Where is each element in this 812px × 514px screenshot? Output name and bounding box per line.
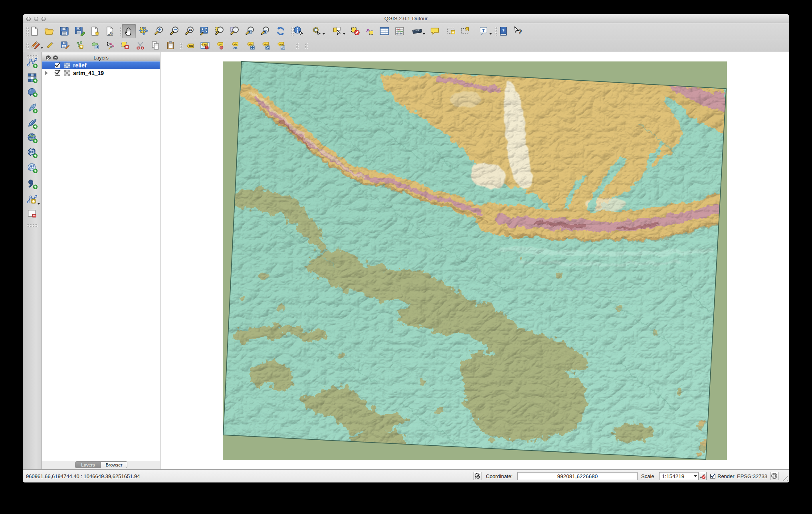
- layer-item-srtm_41_19[interactable]: srtm_41_19: [42, 69, 160, 77]
- layer-item-relief[interactable]: relief: [42, 61, 160, 69]
- zoom-actual-button[interactable]: [183, 24, 196, 38]
- labeling-button[interactable]: [183, 40, 196, 52]
- label-pin-button[interactable]: [213, 40, 227, 52]
- expander-icon[interactable]: [45, 71, 48, 75]
- layer-checkbox[interactable]: [55, 70, 60, 76]
- zoom-to-layer-button[interactable]: [228, 24, 242, 38]
- add-wcs-layer-button[interactable]: [25, 146, 40, 159]
- attribute-table-button[interactable]: [378, 24, 391, 38]
- delete-selected-button[interactable]: [118, 40, 132, 52]
- copy-features-button[interactable]: [149, 40, 162, 52]
- new-composer-button[interactable]: [88, 24, 101, 38]
- select-by-expression-button[interactable]: [362, 24, 376, 38]
- render-checkbox-item: Render: [710, 470, 735, 482]
- new-bookmark-button[interactable]: [445, 24, 458, 38]
- action-icon: [311, 26, 323, 37]
- add-delimited-text-button[interactable]: [25, 177, 40, 190]
- feature-action-button[interactable]: [310, 24, 324, 38]
- scale-combo-arrow-icon[interactable]: [694, 475, 697, 477]
- toolbar-drag-handle[interactable]: [26, 224, 38, 227]
- change-label-button[interactable]: [274, 40, 287, 52]
- select-features-button[interactable]: [331, 24, 344, 38]
- current-edits-button[interactable]: [28, 40, 42, 52]
- toggle-extents-icon[interactable]: [473, 472, 481, 480]
- move-feature-button[interactable]: [88, 40, 102, 52]
- measure-button[interactable]: [410, 24, 424, 38]
- add-vector-layer-button[interactable]: [25, 56, 40, 69]
- pan-to-selection-button[interactable]: [137, 24, 151, 38]
- zoom-next-button[interactable]: [258, 24, 272, 38]
- remove-layer-button[interactable]: [25, 207, 40, 220]
- add-feature-button[interactable]: [73, 40, 87, 52]
- add-mssql-icon: [26, 118, 38, 129]
- zoom-to-selection-button[interactable]: [213, 24, 226, 38]
- help-button[interactable]: [497, 24, 510, 38]
- whats-this-button[interactable]: [511, 24, 525, 38]
- toolbar-drag-handle[interactable]: [295, 42, 299, 49]
- pan-map-button[interactable]: [122, 24, 136, 38]
- open-project-button[interactable]: [42, 24, 56, 38]
- rotate-label-button[interactable]: [259, 40, 272, 52]
- save-edits-button[interactable]: [58, 40, 71, 52]
- tab-layers[interactable]: Layers: [75, 461, 101, 468]
- dropdown-arrow-icon[interactable]: [489, 33, 492, 35]
- zoom-last-icon: [244, 26, 255, 37]
- zoom-actual-icon: [184, 26, 195, 37]
- text-annotation-button[interactable]: [477, 24, 491, 38]
- toolbar-area: [23, 23, 789, 52]
- remove-layer-icon: [26, 208, 38, 219]
- add-raster-layer-button[interactable]: [25, 71, 40, 84]
- coordinate-input[interactable]: 992081,6226680: [517, 472, 638, 480]
- add-mssql-layer-button[interactable]: [25, 117, 40, 130]
- floppy-edit-icon: [74, 26, 85, 37]
- dropdown-arrow-icon[interactable]: [423, 33, 425, 35]
- dropdown-arrow-icon[interactable]: [38, 203, 40, 205]
- layers-panel-header: Layers: [42, 54, 160, 61]
- render-label: Render: [717, 473, 735, 479]
- new-project-button[interactable]: [28, 24, 41, 38]
- save-project-as-button[interactable]: [73, 24, 86, 38]
- composer-manager-button[interactable]: [103, 24, 117, 38]
- map-canvas[interactable]: [160, 52, 789, 469]
- field-calculator-button[interactable]: [393, 24, 406, 38]
- move-label-button[interactable]: [244, 40, 257, 52]
- zoom-in-button[interactable]: [152, 24, 166, 38]
- cut-features-button[interactable]: [133, 40, 147, 52]
- add-wfs-layer-button[interactable]: [25, 161, 40, 174]
- toolbar-separator: [179, 42, 182, 49]
- deselect-features-button[interactable]: [349, 24, 362, 38]
- add-spatialite-layer-button[interactable]: [25, 101, 40, 115]
- zoom-in-icon: [153, 26, 164, 37]
- map-tips-button[interactable]: [428, 24, 442, 38]
- render-checkbox[interactable]: [710, 474, 715, 479]
- add-postgis-layer-button[interactable]: [25, 85, 40, 98]
- title-bar[interactable]: QGIS 2.0.1-Dufour: [23, 14, 789, 23]
- dropdown-arrow-icon[interactable]: [343, 33, 345, 35]
- tab-browser[interactable]: Browser: [101, 461, 127, 468]
- stop-rendering-icon[interactable]: [698, 472, 707, 480]
- zoom-out-button[interactable]: [168, 24, 181, 38]
- add-wms-icon: [26, 132, 38, 144]
- toolbar-drag-handle[interactable]: [305, 42, 308, 49]
- new-shapefile-button[interactable]: [25, 193, 40, 206]
- resize-grip[interactable]: [780, 473, 788, 481]
- show-bookmarks-button[interactable]: [458, 24, 472, 38]
- zoom-last-button[interactable]: [243, 24, 257, 38]
- toggle-editing-button[interactable]: [43, 40, 56, 52]
- refresh-map-button[interactable]: [274, 24, 287, 38]
- label-visibility-button[interactable]: [228, 40, 242, 52]
- node-tool-button[interactable]: [103, 40, 117, 52]
- folder-icon: [44, 26, 55, 37]
- crs-globe-icon[interactable]: [770, 472, 778, 480]
- dropdown-arrow-icon[interactable]: [323, 33, 325, 35]
- identify-button[interactable]: [292, 24, 305, 38]
- zoom-out-icon: [169, 26, 180, 37]
- label-pin-frame-button[interactable]: [198, 40, 212, 52]
- layer-checkbox[interactable]: [55, 63, 60, 68]
- layers-panel-title: Layers: [42, 54, 160, 61]
- save-project-button[interactable]: [57, 24, 71, 38]
- zoom-full-button[interactable]: [198, 24, 211, 38]
- paste-features-button[interactable]: [164, 40, 177, 52]
- add-wms-layer-button[interactable]: [25, 131, 40, 144]
- label-move-icon: [246, 41, 255, 51]
